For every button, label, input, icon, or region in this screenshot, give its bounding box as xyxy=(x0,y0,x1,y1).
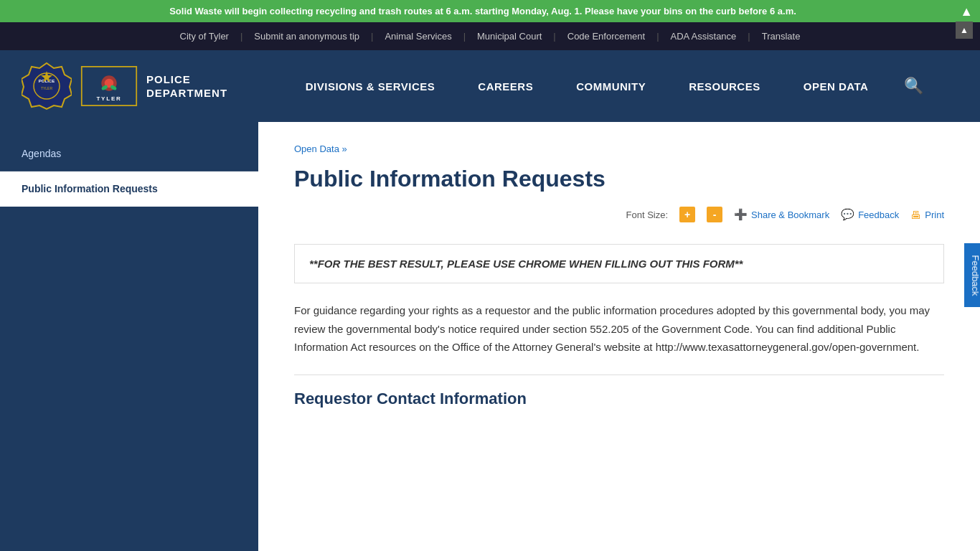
city-of-tyler-link[interactable]: City of Tyler xyxy=(169,22,240,50)
department-name: POLICE DEPARTMENT xyxy=(146,72,227,100)
translate-link[interactable]: Translate xyxy=(750,22,812,50)
feedback-icon: 💬 xyxy=(841,208,854,221)
nav-careers[interactable]: CAREERS xyxy=(456,55,555,118)
body-paragraph: For guidance regarding your rights as a … xyxy=(294,301,944,357)
share-bookmark-link[interactable]: ➕ Share & Bookmark xyxy=(734,208,829,221)
font-increase-button[interactable]: + xyxy=(679,207,695,222)
main-nav: DIVISIONS & SERVICES CAREERS COMMUNITY R… xyxy=(256,55,958,118)
anonymous-tip-link[interactable]: Submit an anonymous tip xyxy=(242,22,371,50)
municipal-court-link[interactable]: Municipal Court xyxy=(466,22,553,50)
feedback-link[interactable]: 💬 Feedback xyxy=(841,208,899,221)
search-button[interactable]: 🔍 xyxy=(897,70,930,103)
police-badge-icon: POLICE TYLER xyxy=(22,61,72,111)
feedback-tab[interactable]: Feedback xyxy=(964,243,980,307)
scroll-to-top-button[interactable]: ▲ xyxy=(956,22,973,39)
breadcrumb: Open Data » xyxy=(294,143,944,154)
site-header: POLICE TYLER TYLER POLICE DEPARTMENT DIV… xyxy=(0,50,980,122)
font-size-label: Font Size: xyxy=(626,209,669,220)
sidebar-item-pir[interactable]: Public Information Requests xyxy=(0,171,258,207)
body-text: For guidance regarding your rights as a … xyxy=(294,304,930,353)
sidebar: Agendas Public Information Requests xyxy=(0,122,258,551)
nav-resources[interactable]: RESOURCES xyxy=(667,55,782,118)
alert-close-button[interactable]: ▲ xyxy=(960,4,973,19)
print-link[interactable]: 🖶 Print xyxy=(910,209,944,221)
page-title: Public Information Requests xyxy=(294,166,944,192)
share-label: Share & Bookmark xyxy=(751,209,829,220)
top-nav-bar: City of Tyler | Submit an anonymous tip … xyxy=(0,22,980,50)
nav-divisions[interactable]: DIVISIONS & SERVICES xyxy=(284,55,457,118)
svg-text:TYLER: TYLER xyxy=(41,86,53,90)
print-label: Print xyxy=(925,209,944,220)
share-icon: ➕ xyxy=(734,208,748,221)
ada-assistance-link[interactable]: ADA Assistance xyxy=(659,22,748,50)
tools-bar: Font Size: + - ➕ Share & Bookmark 💬 Feed… xyxy=(294,207,944,222)
sidebar-item-agendas[interactable]: Agendas xyxy=(0,136,258,171)
nav-community[interactable]: COMMUNITY xyxy=(555,55,667,118)
chrome-notice-text: **FOR THE BEST RESULT, PLEASE USE CHROME… xyxy=(309,258,743,270)
breadcrumb-separator: » xyxy=(342,143,347,154)
logo-area: POLICE TYLER TYLER POLICE DEPARTMENT xyxy=(22,61,227,111)
animal-services-link[interactable]: Animal Services xyxy=(373,22,463,50)
feedback-label: Feedback xyxy=(858,209,899,220)
tyler-city-logo: TYLER xyxy=(80,65,138,108)
alert-banner: Solid Waste will begin collecting recycl… xyxy=(0,0,980,22)
alert-text: Solid Waste will begin collecting recycl… xyxy=(169,6,796,17)
print-icon: 🖶 xyxy=(910,209,921,221)
code-enforcement-link[interactable]: Code Enforcement xyxy=(556,22,656,50)
nav-open-data[interactable]: OPEN DATA xyxy=(782,55,890,118)
page-body: Agendas Public Information Requests Open… xyxy=(0,122,980,551)
font-decrease-button[interactable]: - xyxy=(707,207,722,222)
svg-text:TYLER: TYLER xyxy=(96,95,121,102)
section-title: Requestor Contact Information xyxy=(294,390,944,408)
chrome-notice-box: **FOR THE BEST RESULT, PLEASE USE CHROME… xyxy=(294,244,944,283)
main-content: Open Data » Public Information Requests … xyxy=(258,122,980,551)
breadcrumb-parent-link[interactable]: Open Data xyxy=(294,143,339,154)
section-divider xyxy=(294,375,944,375)
